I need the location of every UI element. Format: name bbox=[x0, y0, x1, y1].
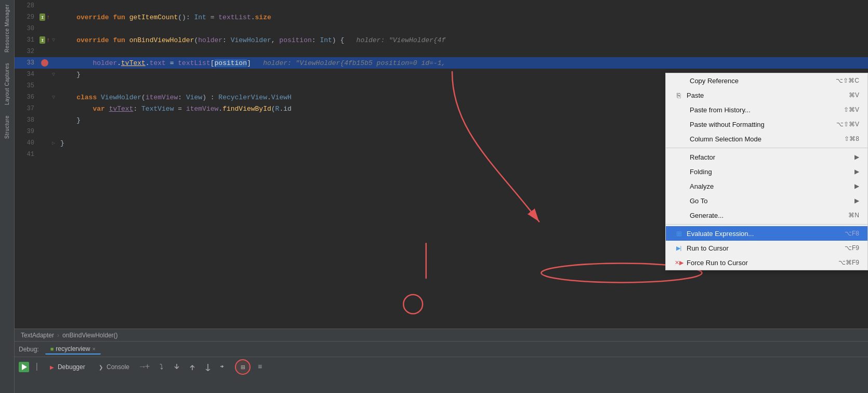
resource-manager-label[interactable]: Resource Manager bbox=[4, 4, 10, 53]
line-number-34: 34 bbox=[15, 71, 40, 78]
debugger-tab[interactable]: ▶ Debugger bbox=[45, 362, 90, 372]
paste-no-format-label: Paste without Formatting bbox=[690, 121, 828, 128]
debug-tab-recyclerview[interactable]: ■ recyclerview × bbox=[45, 344, 101, 355]
copy-reference-icon bbox=[674, 76, 687, 85]
refactor-label: Refactor bbox=[690, 153, 842, 161]
line-fold-31: ▽ bbox=[50, 37, 57, 43]
evaluate-icon: ⊞ bbox=[674, 229, 683, 238]
column-select-icon bbox=[674, 134, 687, 143]
line-number-35: 35 bbox=[15, 82, 40, 89]
main-area: 28 29 I ↑ override fun getItemCount(): I… bbox=[15, 0, 868, 393]
line-number-40: 40 bbox=[15, 139, 40, 147]
generate-shortcut: ⌘N bbox=[848, 212, 859, 219]
menu-item-run-cursor[interactable]: ▶| Run to Cursor ⌥F9 bbox=[666, 241, 867, 255]
paste-icon: ⎘ bbox=[674, 90, 683, 100]
goto-icon bbox=[674, 196, 687, 205]
menu-item-generate[interactable]: Generate... ⌘N bbox=[666, 208, 867, 222]
run-cursor-shortcut: ⌥F9 bbox=[845, 244, 859, 252]
analyze-label: Analyze bbox=[690, 182, 842, 190]
line-content-29: override fun getItemCount(): Int = textL… bbox=[57, 14, 868, 21]
menu-item-folding[interactable]: Folding ▶ bbox=[666, 164, 867, 179]
separator-2 bbox=[666, 224, 867, 225]
line-fold-34: ▽ bbox=[50, 71, 57, 77]
analyze-icon bbox=[674, 181, 687, 191]
debug-tab-close[interactable]: × bbox=[92, 346, 95, 352]
separator-1 bbox=[666, 148, 867, 148]
analyze-arrow: ▶ bbox=[854, 182, 859, 190]
line-number-30: 30 bbox=[15, 25, 40, 32]
debug-label: Debug: bbox=[19, 346, 39, 353]
structure-label[interactable]: Structure bbox=[4, 115, 10, 139]
line-content-31: override fun onBindViewHolder(holder: Vi… bbox=[57, 36, 868, 44]
resume-button[interactable] bbox=[19, 362, 29, 372]
paste-history-shortcut: ⇧⌘V bbox=[844, 106, 859, 113]
menu-item-goto[interactable]: Go To ▶ bbox=[666, 193, 867, 208]
evaluate-expr-shortcut: ⌥F8 bbox=[845, 230, 859, 237]
breadcrumb-sep: › bbox=[57, 332, 59, 339]
line-number-28: 28 bbox=[15, 2, 40, 9]
console-tab[interactable]: ❯ Console bbox=[94, 362, 135, 372]
settings-button[interactable]: ≡ bbox=[254, 361, 266, 373]
menu-item-analyze[interactable]: Analyze ▶ bbox=[666, 179, 867, 193]
refactor-icon bbox=[674, 152, 687, 162]
evaluate-expression-button[interactable]: ⊞ bbox=[235, 359, 251, 375]
debug-toolbar: | ▶ Debugger ❯ Console →+ ⤵ bbox=[15, 357, 868, 377]
folding-arrow: ▶ bbox=[854, 168, 859, 175]
line-number-39: 39 bbox=[15, 128, 40, 135]
line-gutter-33 bbox=[40, 59, 50, 67]
more-button[interactable] bbox=[217, 361, 230, 373]
evaluate-grid-icon: ⊞ bbox=[241, 363, 245, 372]
debug-tab-recyclerview-label: recyclerview bbox=[56, 345, 90, 352]
folding-label: Folding bbox=[690, 168, 842, 176]
line-number-41: 41 bbox=[15, 151, 40, 158]
refactor-arrow: ▶ bbox=[854, 153, 859, 161]
evaluate-expr-label: Evaluate Expression... bbox=[687, 230, 836, 238]
paste-label: Paste bbox=[687, 91, 840, 99]
paste-no-format-icon bbox=[674, 120, 687, 129]
menu-item-column-select[interactable]: Column Selection Mode ⇧⌘8 bbox=[666, 132, 867, 146]
line-number-37: 37 bbox=[15, 105, 40, 112]
context-menu: Copy Reference ⌥⇧⌘C ⎘ Paste ⌘V Paste fro… bbox=[665, 73, 868, 270]
column-select-label: Column Selection Mode bbox=[690, 135, 836, 143]
step-out-button[interactable] bbox=[186, 361, 199, 373]
layout-captures-label[interactable]: Layout Captures bbox=[4, 63, 10, 105]
implement-icon-29: I bbox=[40, 14, 45, 21]
folding-icon bbox=[674, 167, 687, 176]
menu-item-refactor[interactable]: Refactor ▶ bbox=[666, 150, 867, 164]
toolbar-sep: | bbox=[34, 362, 40, 372]
line-content-33: holder.tvText.text = textList[position] … bbox=[57, 59, 868, 67]
generate-icon bbox=[674, 211, 687, 220]
column-select-shortcut: ⇧⌘8 bbox=[844, 135, 859, 142]
line-number-29: 29 bbox=[15, 14, 40, 21]
copy-reference-shortcut: ⌥⇧⌘C bbox=[836, 77, 859, 84]
implement-icon-31: I bbox=[40, 36, 45, 44]
step-into-button[interactable] bbox=[170, 361, 183, 373]
run-cursor-icon: ▶| bbox=[674, 243, 683, 253]
table-row: 29 I ↑ override fun getItemCount(): Int … bbox=[15, 11, 868, 23]
debugger-icon: ▶ bbox=[50, 364, 54, 370]
debug-tab-recyclerview-icon: ■ bbox=[50, 346, 54, 352]
line-number-36: 36 bbox=[15, 94, 40, 101]
copy-reference-label: Copy Reference bbox=[690, 77, 827, 85]
step-over-button[interactable]: ⤵ bbox=[155, 361, 167, 373]
line-gutter-29: I ↑ bbox=[40, 14, 50, 21]
menu-item-force-run[interactable]: ✕▶ Force Run to Cursor ⌥⌘F9 bbox=[666, 255, 867, 270]
paste-history-label: Paste from History... bbox=[690, 106, 835, 114]
line-number-32: 32 bbox=[15, 48, 40, 55]
paste-shortcut: ⌘V bbox=[849, 91, 859, 99]
menu-item-copy-reference[interactable]: Copy Reference ⌥⇧⌘C bbox=[666, 73, 867, 88]
menu-item-paste-no-format[interactable]: Paste without Formatting ⌥⇧⌘V bbox=[666, 117, 867, 132]
toolbar-sep2: →+ bbox=[140, 362, 150, 372]
arrow-up-29: ↑ bbox=[46, 14, 50, 20]
left-sidebar: Resource Manager Layout Captures Structu… bbox=[0, 0, 15, 393]
code-editor: 28 29 I ↑ override fun getItemCount(): I… bbox=[15, 0, 868, 329]
line-number-33: 33 bbox=[15, 59, 40, 67]
menu-item-paste-history[interactable]: Paste from History... ⇧⌘V bbox=[666, 102, 867, 117]
breadcrumb-file: TextAdapter bbox=[21, 332, 54, 339]
run-to-cursor-button[interactable] bbox=[202, 361, 214, 373]
menu-item-paste[interactable]: ⎘ Paste ⌘V bbox=[666, 88, 867, 102]
menu-item-evaluate-expr[interactable]: ⊞ Evaluate Expression... ⌥F8 bbox=[666, 226, 867, 241]
run-cursor-label: Run to Cursor bbox=[687, 244, 836, 252]
force-run-label: Force Run to Cursor bbox=[687, 259, 830, 267]
line-number-38: 38 bbox=[15, 116, 40, 124]
